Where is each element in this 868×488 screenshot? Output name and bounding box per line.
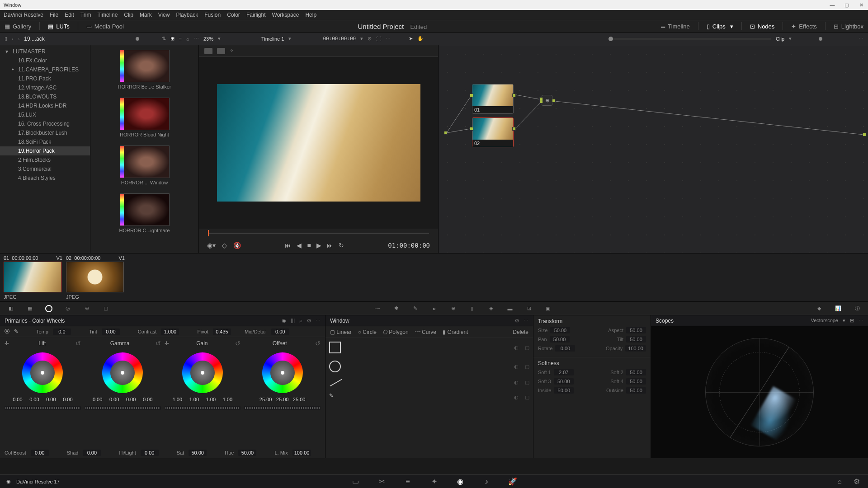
edit-page-button[interactable]: ≡: [403, 477, 413, 487]
more-icon[interactable]: ⋯: [859, 318, 863, 324]
lift-master-slider[interactable]: [5, 406, 81, 410]
soft2-value[interactable]: 50.00: [626, 369, 646, 375]
more-icon[interactable]: ⋯: [194, 36, 199, 42]
fusion-page-button[interactable]: ✦: [429, 477, 439, 487]
prev-frame-button[interactable]: ◀: [297, 242, 302, 249]
menu-mark[interactable]: Mark: [140, 12, 152, 18]
info-icon[interactable]: ⓘ: [853, 304, 862, 313]
last-frame-button[interactable]: ⏭: [327, 242, 333, 249]
picker-icon[interactable]: ✛: [5, 340, 9, 347]
tree-item[interactable]: LUTMASTER: [0, 47, 90, 56]
gradient-tool[interactable]: ▮ Gradient: [443, 329, 468, 335]
gamma-master-slider[interactable]: [85, 406, 161, 410]
mute-icon[interactable]: 🔇: [233, 242, 241, 249]
tree-item[interactable]: 14.HDR.Looks.HDR: [0, 101, 90, 110]
clips-toggle[interactable]: ▯Clips▾: [707, 23, 733, 30]
close-button[interactable]: ✕: [858, 2, 864, 8]
viewer-scrubber[interactable]: [199, 229, 438, 238]
chevron-down-icon[interactable]: ▾: [789, 36, 792, 42]
lift-wheel[interactable]: [22, 352, 63, 393]
middetail-value[interactable]: 0.00: [271, 328, 289, 335]
minimize-button[interactable]: —: [829, 2, 835, 8]
picker-icon[interactable]: ✎: [14, 328, 18, 334]
clip-mode[interactable]: Clip: [776, 36, 784, 42]
hand-icon[interactable]: ✋: [417, 36, 424, 42]
menu-help[interactable]: Help: [305, 12, 316, 18]
lightbox-toggle[interactable]: ⊞Lightbox: [834, 23, 863, 30]
project-settings-button[interactable]: ⚙: [852, 477, 862, 487]
reset-icon[interactable]: ↺: [235, 340, 241, 347]
window-shape-linear[interactable]: ◐▢: [329, 342, 529, 353]
hdr-icon[interactable]: ◎: [63, 304, 72, 313]
menu-view[interactable]: View: [158, 12, 170, 18]
gain-master-slider[interactable]: [165, 406, 241, 410]
reset-icon[interactable]: ↺: [156, 340, 161, 347]
reset-icon[interactable]: ↺: [315, 340, 321, 347]
expand-icon[interactable]: ⛶: [376, 36, 381, 42]
keyframe-icon[interactable]: ◆: [815, 304, 824, 313]
split-view-icon[interactable]: [217, 48, 225, 54]
luts-toggle[interactable]: ▤LUTs: [48, 23, 70, 30]
log-mode-icon[interactable]: ⌕: [299, 318, 302, 324]
gamma-wheel[interactable]: [102, 352, 143, 393]
circle-tool[interactable]: ○ Circle: [358, 329, 377, 335]
soft1-value[interactable]: 2.07: [554, 369, 574, 375]
tree-item[interactable]: 16. Cross Processing: [0, 119, 90, 128]
clip-slider-handle[interactable]: [609, 37, 613, 41]
play-button[interactable]: ▶: [316, 242, 321, 249]
reset-all-icon[interactable]: ⊘: [307, 318, 311, 324]
soft4-value[interactable]: 50.00: [626, 378, 646, 385]
menu-color[interactable]: Color: [227, 12, 240, 18]
colboost-value[interactable]: 0.00: [31, 450, 49, 456]
bypass-icon[interactable]: ⊘: [368, 36, 372, 42]
menu-edit[interactable]: Edit: [65, 12, 74, 18]
viewer-canvas[interactable]: [199, 57, 438, 229]
menu-fairlight[interactable]: Fairlight: [246, 12, 266, 18]
node-more-icon[interactable]: ⋯: [859, 36, 863, 42]
timeline-toggle[interactable]: ═Timeline: [661, 23, 690, 30]
sat-value[interactable]: 50.00: [189, 450, 207, 456]
menu-playback[interactable]: Playback: [176, 12, 198, 18]
rgb-mixer-icon[interactable]: ⊚: [82, 304, 91, 313]
reset-icon[interactable]: ↺: [75, 340, 81, 347]
breadcrumb[interactable]: 19....ack: [24, 36, 44, 42]
camera-raw-icon[interactable]: ◧: [6, 304, 15, 313]
gamma-values[interactable]: 0.000.000.000.00: [90, 397, 156, 402]
offset-values[interactable]: 25.0025.0025.00: [258, 397, 307, 402]
invert-icon[interactable]: ▢: [525, 345, 529, 351]
fairlight-page-button[interactable]: ♪: [481, 477, 491, 487]
tree-item[interactable]: 18.SciFi Pack: [0, 137, 90, 146]
tree-item[interactable]: 2.Film.Stocks: [0, 155, 90, 164]
lift-values[interactable]: 0.000.000.000.00: [10, 397, 75, 402]
tree-item[interactable]: 19.Horror Pack: [0, 146, 90, 155]
first-frame-button[interactable]: ⏮: [285, 242, 291, 249]
mask-mode-icon[interactable]: ◐: [514, 345, 519, 351]
tree-item[interactable]: 10.FX.Color: [0, 56, 90, 65]
curves-icon[interactable]: 〰: [373, 304, 382, 313]
corrector-node-01[interactable]: 01: [472, 84, 514, 114]
tree-item[interactable]: 13.BLOWOUTS: [0, 92, 90, 101]
shad-value[interactable]: 0.00: [83, 450, 101, 456]
inside-value[interactable]: 50.00: [554, 387, 574, 394]
graph-input-port[interactable]: [444, 131, 448, 135]
window-shape-pen[interactable]: ✎◐▢: [329, 393, 529, 402]
panel-menu-icon[interactable]: ▯: [5, 36, 7, 42]
primaries-icon[interactable]: [44, 304, 53, 313]
zoom-level[interactable]: 23%: [203, 36, 213, 42]
polygon-tool[interactable]: ⬠ Polygon: [383, 329, 409, 335]
lut-thumbnail[interactable]: HORROR C...ightmare: [95, 193, 194, 233]
menu-clip[interactable]: Clip: [124, 12, 133, 18]
tree-item[interactable]: 15.LUX: [0, 110, 90, 119]
invert-icon[interactable]: ▢: [525, 394, 529, 400]
qualifier-icon[interactable]: ✎: [410, 304, 420, 313]
window-icon[interactable]: ○: [429, 304, 439, 313]
chevron-down-icon[interactable]: ▾: [843, 318, 845, 324]
soft3-value[interactable]: 50.00: [554, 378, 574, 385]
tint-value[interactable]: 0.00: [102, 328, 120, 335]
menu-fusion[interactable]: Fusion: [204, 12, 221, 18]
mask-mode-icon[interactable]: ◐: [514, 394, 519, 400]
reset-icon[interactable]: ⊘: [515, 318, 519, 324]
more-icon[interactable]: ⋯: [316, 318, 321, 324]
invert-icon[interactable]: ▢: [525, 380, 529, 385]
menu-trim[interactable]: Trim: [80, 12, 91, 18]
